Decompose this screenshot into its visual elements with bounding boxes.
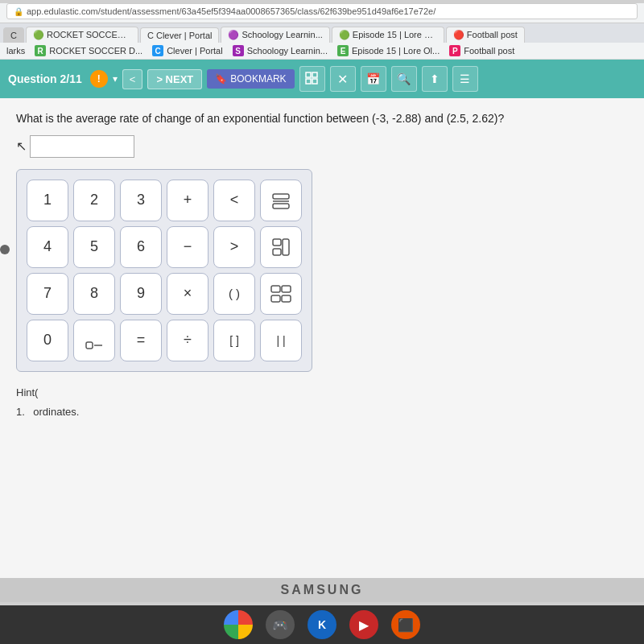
key-greater-than[interactable]: > [213,226,255,268]
taskbar-game-icon[interactable]: 🎮 [266,610,295,639]
hint-item: 1. ordinates. [16,404,628,419]
prev-button[interactable]: < [122,69,143,89]
samsung-label: SAMSUNG [0,578,644,602]
key-5[interactable]: 5 [73,226,115,268]
key-abs[interactable]: | | [260,320,302,361]
app-toolbar: Question 2/11 ! ▾ < > NEXT 🔖 BOOKMARK ✕ … [0,60,644,98]
question-label: Question 2/11 [8,72,82,85]
svg-rect-13 [282,295,291,302]
tab-label: 🟣 Schoology Learnin... [228,30,322,39]
svg-rect-9 [283,239,289,255]
key-9[interactable]: 9 [120,273,162,315]
bookmark-larks[interactable]: larks [6,46,25,56]
tab-football[interactable]: 🔴 Football post [446,27,525,43]
bookmark-episode[interactable]: E Episode 15 | Lore Ol... [337,45,440,56]
key-8[interactable]: 8 [73,273,115,315]
key-fraction-3[interactable] [260,273,302,315]
svg-rect-2 [306,79,311,84]
bookmark-icon-rocket: R [35,45,46,56]
zoom-icon-button[interactable]: 🔍 [391,66,417,92]
key-fraction-1[interactable] [260,180,302,221]
close-button[interactable]: ✕ [330,66,356,92]
close-icon: ✕ [337,72,348,87]
key-brackets[interactable]: [ ] [213,320,255,361]
keypad-container: 1 2 3 + < 4 5 6 − > [16,169,312,372]
bookmark-icon-schoology: S [233,45,244,56]
hint-number: 1. [16,406,25,418]
key-parens[interactable]: ( ) [213,273,255,315]
dot-key-icon [85,331,104,350]
key-multiply[interactable]: × [167,273,208,315]
bookmark-football[interactable]: P Football post [449,45,514,56]
key-dot[interactable] [73,320,115,361]
bookmark-clever[interactable]: C Clever | Portal [152,45,223,56]
key-0[interactable]: 0 [27,320,68,361]
fraction-icon-3 [270,283,292,305]
tab-episode[interactable]: 🟢 Episode 15 | Lore Ol... [332,27,444,43]
svg-rect-4 [273,194,289,199]
taskbar-orange-icon[interactable]: ⬛ [391,610,420,639]
key-2[interactable]: 2 [73,180,115,221]
bookmark-schoology[interactable]: S Schoology Learnin... [233,45,328,56]
bookmark-rocket[interactable]: R ROCKET SOCCER D... [35,45,142,56]
bookmarks-bar: larks R ROCKET SOCCER D... C Clever | Po… [0,43,644,60]
key-equals[interactable]: = [120,320,162,361]
hint-label: Hint( [16,386,38,398]
key-6[interactable]: 6 [120,226,162,268]
info-button[interactable]: ! [90,70,108,88]
menu-icon-button[interactable]: ☰ [452,66,478,92]
svg-rect-14 [86,342,93,349]
svg-rect-6 [273,204,289,208]
left-dot [0,245,10,254]
svg-rect-8 [273,249,281,255]
keypad-grid: 1 2 3 + < 4 5 6 − > [27,180,302,361]
main-content: What is the average rate of change of an… [0,98,644,581]
taskbar-chrome-icon[interactable] [224,610,253,639]
key-1[interactable]: 1 [27,180,68,221]
address-bar[interactable]: 🔒 app.edulastic.com/student/assessment/6… [6,3,638,19]
svg-rect-11 [271,295,280,302]
calendar-icon-button[interactable]: 📅 [361,66,386,92]
tab-label: C Clever | Portal [147,31,213,40]
bookmark-icon: 🔖 [215,73,227,85]
next-button[interactable]: > NEXT [147,69,202,89]
upload-icon-button[interactable]: ⬆ [422,66,448,92]
key-4[interactable]: 4 [27,226,68,268]
tab-label: 🟢 ROCKET SOCCER D... [33,30,138,39]
question-text: What is the average rate of change of an… [16,111,628,127]
bookmark-icon-episode: E [337,45,349,56]
svg-rect-0 [306,72,311,77]
hint-text: ordinates. [33,406,79,418]
url-text: app.edulastic.com/student/assessment/63a… [27,6,436,16]
taskbar-k-icon[interactable]: K [308,610,336,639]
key-3[interactable]: 3 [120,180,162,221]
key-fraction-2[interactable] [260,226,302,268]
calendar-icon: 📅 [366,72,380,85]
svg-rect-12 [282,286,291,292]
cursor-icon: ↖ [16,138,27,154]
tab-schoology[interactable]: 🟣 Schoology Learnin... [221,27,329,43]
bookmark-button[interactable]: 🔖 BOOKMARK [207,69,294,89]
tabs-bar: C 🟢 ROCKET SOCCER D... C Clever | Portal… [0,23,644,43]
tab-label: 🟢 Episode 15 | Lore Ol... [339,30,440,39]
key-7[interactable]: 7 [27,273,68,315]
grid-icon-button[interactable] [299,66,325,92]
tab-chrome[interactable]: C [3,27,24,43]
key-less-than[interactable]: < [213,180,255,221]
tab-rocket-soccer[interactable]: 🟢 ROCKET SOCCER D... [26,27,138,43]
chevron-down-icon[interactable]: ▾ [113,73,118,85]
key-divide[interactable]: ÷ [167,320,208,361]
lock-icon: 🔒 [14,7,23,16]
answer-input[interactable] [30,135,134,158]
key-plus[interactable]: + [167,180,208,221]
menu-icon: ☰ [460,72,470,85]
svg-rect-1 [312,72,317,77]
grid-icon [305,72,320,86]
key-minus[interactable]: − [167,226,208,268]
svg-rect-7 [273,239,281,246]
answer-input-row: ↖ [16,135,628,158]
tab-clever[interactable]: C Clever | Portal [140,27,220,43]
svg-rect-10 [271,286,280,292]
bookmark-icon-clever: C [152,45,163,56]
taskbar-red-icon[interactable]: ▶ [349,610,378,639]
